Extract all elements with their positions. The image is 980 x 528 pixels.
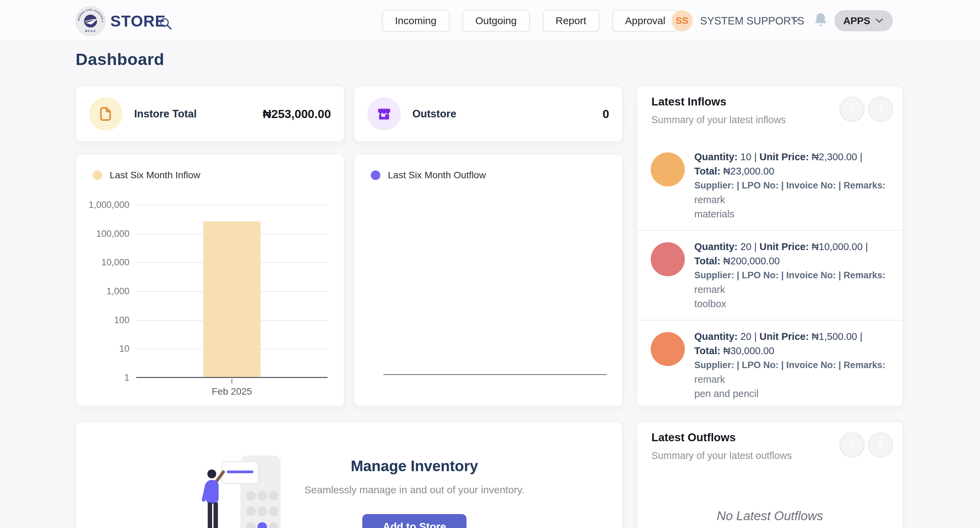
item-remark: remark — [694, 193, 885, 207]
inflow-list: Quantity: 10 | Unit Price: ₦2,300.00 | T… — [637, 141, 903, 406]
manage-inventory-card: Manage Inventory Seamlessly manage in an… — [76, 422, 623, 528]
manage-inventory-subtitle: Seamlessly manage in and out of your inv… — [283, 484, 546, 496]
carousel-next-button[interactable] — [868, 433, 893, 458]
latest-outflows-title: Latest Outflows — [651, 431, 736, 444]
magnifier-icon — [159, 17, 173, 31]
x-axis-label: Feb 2025 — [194, 386, 269, 397]
svg-text:NCAA: NCAA — [85, 29, 96, 33]
item-name: toolbox — [694, 297, 885, 311]
inflow-bar-chart: 1101001,00010,000100,0001,000,000Feb 202… — [136, 205, 328, 378]
latest-outflows-subtitle: Summary of your latest outflows — [651, 450, 792, 461]
item-meta-line: Supplier: | LPO No: | Invoice No: | Rema… — [694, 358, 885, 372]
outstore-card: Outstore 0 — [354, 86, 623, 142]
outflow-legend-label: Last Six Month Outflow — [388, 170, 486, 181]
inflow-bar — [203, 222, 261, 377]
chevron-down-icon — [875, 18, 884, 24]
item-total-line: Total: ₦23,000.00 — [694, 164, 885, 178]
manage-inventory-title: Manage Inventory — [283, 458, 546, 474]
inflow-item: Quantity: 10 | Unit Price: ₦2,300.00 | T… — [637, 141, 903, 230]
inflow-chart-card: Last Six Month Inflow 1101001,00010,0001… — [76, 154, 345, 406]
inflow-legend-label: Last Six Month Inflow — [110, 170, 200, 181]
item-total-line: Total: ₦200,000.00 — [694, 254, 885, 268]
item-quantity-line: Quantity: 20 | Unit Price: ₦1,500.00 | — [694, 329, 885, 344]
item-color-dot-icon — [651, 242, 685, 276]
nav-buttons: Incoming Outgoing Report Approval — [382, 10, 678, 32]
latest-inflows-panel: Latest Inflows Summary of your latest in… — [636, 86, 904, 406]
app-logo[interactable]: NIGERIA CIVIL AVIATION AUTHORITY NCAA ST… — [76, 6, 173, 36]
latest-inflows-subtitle: Summary of your latest inflows — [651, 114, 786, 125]
item-remark: remark — [694, 372, 885, 387]
inventory-illustration — [182, 452, 287, 528]
inflow-item: Quantity: 20 | Unit Price: ₦1,500.00 | T… — [637, 320, 903, 406]
incoming-button[interactable]: Incoming — [382, 10, 449, 32]
carousel-next-button[interactable] — [868, 97, 893, 122]
item-color-dot-icon — [651, 332, 685, 366]
user-avatar[interactable]: SS — [671, 10, 693, 31]
notification-bell-icon[interactable] — [813, 12, 829, 29]
item-color-dot-icon — [651, 152, 685, 186]
item-meta-line: Supplier: | LPO No: | Invoice No: | Rema… — [694, 268, 885, 282]
dashboard-page: NIGERIA CIVIL AVIATION AUTHORITY NCAA ST… — [0, 0, 980, 528]
user-name[interactable]: SYSTEM SUPPORTS — [700, 15, 804, 27]
inflows-carousel — [839, 97, 893, 122]
latest-outflows-panel: Latest Outflows Summary of your latest o… — [636, 422, 904, 528]
top-navbar: NIGERIA CIVIL AVIATION AUTHORITY NCAA ST… — [0, 0, 980, 41]
item-name: materials — [694, 207, 885, 221]
brand-name: STORE — [110, 12, 166, 30]
outflows-carousel — [839, 433, 893, 458]
manage-inventory-content: Manage Inventory Seamlessly manage in an… — [283, 458, 546, 528]
apps-button[interactable]: APPS — [834, 10, 893, 31]
apps-label: APPS — [843, 15, 870, 27]
instore-total-value: ₦253,000.00 — [263, 107, 331, 121]
add-to-store-button[interactable]: Add to Store — [362, 514, 466, 528]
outflow-chart-card: Last Six Month Outflow — [354, 154, 623, 406]
carousel-prev-button[interactable] — [839, 97, 865, 122]
item-meta-line: Supplier: | LPO No: | Invoice No: | Rema… — [694, 178, 885, 193]
item-remark: remark — [694, 282, 885, 297]
carousel-prev-button[interactable] — [839, 433, 865, 458]
item-quantity-line: Quantity: 10 | Unit Price: ₦2,300.00 | — [694, 150, 885, 164]
page-title: Dashboard — [76, 50, 164, 69]
item-total-line: Total: ₦30,000.00 — [694, 344, 885, 358]
item-quantity-line: Quantity: 20 | Unit Price: ₦10,000.00 | — [694, 239, 885, 254]
no-outflows-message: No Latest Outflows — [637, 509, 903, 523]
instore-total-card: Instore Total ₦253,000.00 — [76, 86, 345, 142]
outflow-chart-axis — [383, 374, 607, 375]
inflow-item: Quantity: 20 | Unit Price: ₦10,000.00 | … — [637, 230, 903, 320]
file-icon — [89, 97, 123, 131]
ncaa-badge-icon: NIGERIA CIVIL AVIATION AUTHORITY NCAA — [76, 6, 105, 36]
outstore-value: 0 — [603, 107, 609, 121]
chevron-down-icon[interactable] — [791, 17, 801, 24]
report-button[interactable]: Report — [543, 10, 599, 32]
latest-inflows-title: Latest Inflows — [651, 95, 726, 108]
outgoing-button[interactable]: Outgoing — [462, 10, 530, 32]
inflow-chart-legend: Last Six Month Inflow — [92, 170, 200, 181]
outflow-legend-dot-icon — [371, 170, 380, 180]
inflow-legend-dot-icon — [92, 170, 102, 180]
instore-total-label: Instore Total — [134, 108, 197, 120]
outstore-label: Outstore — [412, 108, 456, 120]
storefront-icon — [368, 97, 401, 131]
approval-button[interactable]: Approval — [612, 10, 678, 32]
outflow-chart-legend: Last Six Month Outflow — [371, 170, 486, 181]
item-name: pen and pencil — [694, 387, 885, 401]
